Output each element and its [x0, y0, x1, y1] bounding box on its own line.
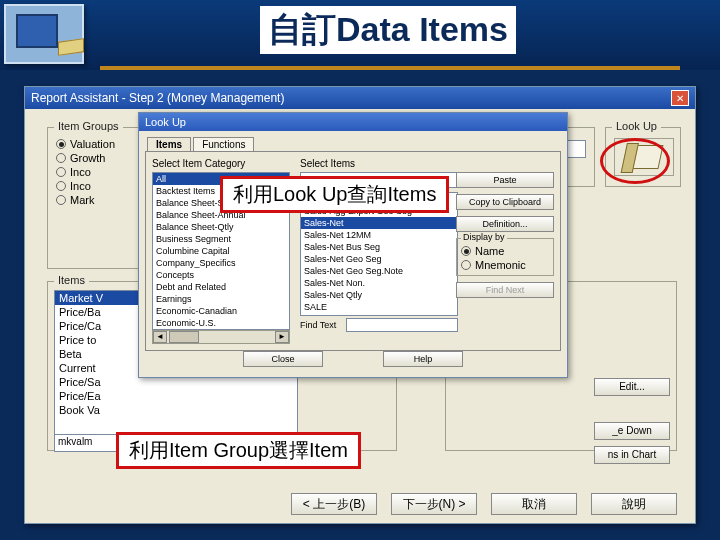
scroll-left-icon[interactable]: ◄ [153, 331, 167, 343]
list-item[interactable]: Earnings [153, 293, 289, 305]
close-icon[interactable]: ✕ [671, 90, 689, 106]
find-next-button[interactable]: Find Next [456, 282, 554, 298]
wizard-title: Report Assistant - Step 2 (Money Managem… [31, 91, 284, 105]
slide-title: 自訂Data Items [260, 6, 516, 54]
list-item[interactable]: Sales-Net Non. [301, 277, 457, 289]
lookup-help-button[interactable]: Help [383, 351, 463, 367]
annotation-ring [600, 138, 670, 184]
select-items-label: Select Items [300, 158, 355, 169]
scroll-thumb[interactable] [169, 331, 199, 343]
list-item[interactable]: Economic-U.S. [153, 317, 289, 329]
paste-button[interactable]: Paste [456, 172, 554, 188]
list-item[interactable]: Price/Ea [55, 389, 297, 403]
list-item[interactable]: Company_Specifics [153, 257, 289, 269]
list-item[interactable]: Economic-Canadian [153, 305, 289, 317]
list-item[interactable]: Sales-Net [301, 217, 457, 229]
list-item[interactable]: Balance Sheet-Qtly [153, 221, 289, 233]
back-button[interactable]: < 上一步(B) [291, 493, 377, 515]
select-category-label: Select Item Category [152, 158, 245, 169]
next-button[interactable]: 下一步(N) > [391, 493, 477, 515]
cancel-button[interactable]: 取消 [491, 493, 577, 515]
tab-functions[interactable]: Functions [193, 137, 254, 151]
lookup-dialog: Look Up Items Functions Select Item Cate… [138, 112, 568, 378]
list-item[interactable]: Concepts [153, 269, 289, 281]
find-text-input[interactable] [346, 318, 458, 332]
edit-button[interactable]: Edit... [594, 378, 670, 396]
list-item[interactable]: SALE [301, 301, 457, 313]
items-label: Items [54, 274, 89, 286]
help-button[interactable]: 說明 [591, 493, 677, 515]
lookup-close-button[interactable]: Close [243, 351, 323, 367]
radio-valuation[interactable]: Valuation [56, 138, 115, 150]
category-scrollbar[interactable]: ◄ ► [152, 330, 290, 344]
list-item[interactable]: Sales-Net Geo Seg.Note [301, 265, 457, 277]
wizard-titlebar[interactable]: Report Assistant - Step 2 (Money Managem… [25, 87, 695, 109]
display-by-group: Display by Name Mnemonic [456, 238, 554, 276]
list-item[interactable]: Sales-Net Geo Seg [301, 253, 457, 265]
radio-mark[interactable]: Mark [56, 194, 115, 206]
copy-clipboard-button[interactable]: Copy to Clipboard [456, 194, 554, 210]
scroll-right-icon[interactable]: ► [275, 331, 289, 343]
radio-inco1[interactable]: Inco [56, 166, 115, 178]
radio-inco2[interactable]: Inco [56, 180, 115, 192]
list-item[interactable]: Debt and Related [153, 281, 289, 293]
list-item[interactable]: Sales-Net Qtly [301, 289, 457, 301]
radio-growth[interactable]: Growth [56, 152, 115, 164]
definition-button[interactable]: Definition... [456, 216, 554, 232]
callout-lookup-note: 利用Look Up查詢Items [220, 176, 449, 213]
ns-in-chart-button[interactable]: ns in Chart [594, 446, 670, 464]
list-item[interactable]: Business Segment [153, 233, 289, 245]
move-down-button[interactable]: _e Down [594, 422, 670, 440]
list-item[interactable]: Sales-Net Bus Seg [301, 241, 457, 253]
radio-display-name[interactable]: Name [461, 245, 549, 257]
lookup-label: Look Up [612, 120, 661, 132]
callout-itemgroup-note: 利用Item Group選擇Item [116, 432, 361, 469]
display-by-label: Display by [461, 232, 507, 242]
radio-display-mnemonic[interactable]: Mnemonic [461, 259, 549, 271]
list-item[interactable]: Book Va [55, 403, 297, 417]
list-item[interactable]: Columbine Capital [153, 245, 289, 257]
lookup-titlebar[interactable]: Look Up [139, 113, 567, 131]
item-groups-label: Item Groups [54, 120, 123, 132]
find-text-label: Find Text [300, 320, 336, 330]
wizard-nav: < 上一步(B) 下一步(N) > 取消 說明 [25, 493, 695, 515]
list-item[interactable]: Sales-Net 12MM [301, 229, 457, 241]
tab-items[interactable]: Items [147, 137, 191, 151]
